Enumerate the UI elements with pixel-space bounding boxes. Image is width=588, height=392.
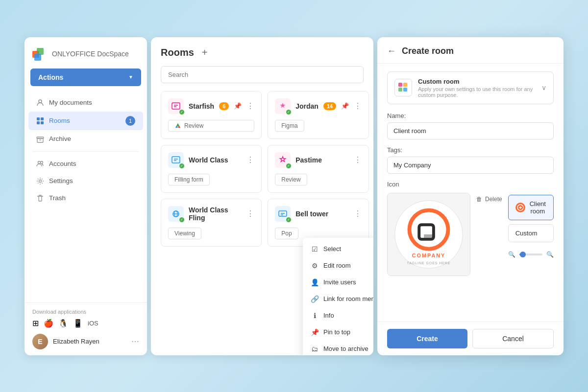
panel-body: Custom room Apply your own settings to u… (377, 64, 564, 322)
room-type-selector[interactable]: Custom room Apply your own settings to u… (387, 71, 554, 104)
client-room-icon-option[interactable]: Client room (508, 195, 554, 220)
svg-rect-21 (403, 88, 407, 92)
room-card-world-class-fling[interactable]: ✓ World Class Fling ⋮ Viewing (161, 199, 262, 247)
actions-button[interactable]: Actions ▼ (30, 69, 141, 86)
settings-icon (36, 177, 44, 185)
room-card-world-class[interactable]: ✓ World Class ⋮ Filling form (161, 145, 262, 193)
custom-icon-option[interactable]: Custom (508, 224, 554, 242)
room-name: World Class Fling (189, 206, 242, 222)
cancel-button[interactable]: Cancel (472, 329, 554, 348)
svg-rect-2 (34, 54, 41, 61)
zoom-out-icon: 🔍 (508, 251, 515, 258)
sidebar-item-rooms[interactable]: Rooms 1 (28, 112, 143, 130)
room-card-pastime[interactable]: ✓ Pastime ⋮ Review (268, 145, 369, 193)
sidebar-item-my-documents[interactable]: My documents (28, 94, 143, 111)
svg-point-11 (41, 161, 43, 163)
sidebar-item-settings[interactable]: Settings (28, 173, 143, 189)
context-menu-info[interactable]: ℹ Info (303, 307, 373, 324)
name-field-group: Name: (387, 112, 554, 139)
create-button[interactable]: Create (387, 329, 467, 348)
zoom-slider[interactable]: 🔍 🔍 (508, 251, 554, 258)
sidebar-item-accounts[interactable]: Accounts (28, 156, 143, 172)
svg-point-3 (39, 100, 42, 103)
logo-sub: DocSpace (95, 50, 128, 58)
room-options-button[interactable]: ⋮ (354, 101, 362, 111)
nav-divider (32, 151, 139, 152)
info-icon: ℹ (311, 312, 318, 320)
back-button[interactable]: ← (387, 46, 396, 56)
room-badge: 14 (323, 102, 336, 110)
icon-field-group: Icon (387, 181, 554, 280)
archive-icon2: 🗂 (311, 345, 318, 353)
macos-icon[interactable]: 🍎 (44, 319, 53, 328)
room-options-button[interactable]: ⋮ (246, 101, 254, 111)
linux-icon[interactable]: 🐧 (58, 319, 68, 328)
room-tag: Review (168, 120, 254, 132)
icon-label: Icon (387, 181, 554, 188)
context-menu-edit-room[interactable]: ⚙ Edit room (303, 257, 373, 274)
platform-icons: ⊞ 🍎 🐧 📱 iOS (32, 319, 139, 328)
room-icon-bell-tower: ✓ (275, 206, 291, 222)
android-icon[interactable]: 📱 (73, 319, 83, 328)
room-tag: Review (275, 174, 307, 185)
download-section: Download applications ⊞ 🍎 🐧 📱 iOS (32, 309, 139, 328)
add-room-button[interactable]: + (200, 47, 210, 58)
room-options-button[interactable]: ⋮ (354, 155, 362, 164)
rooms-grid: ✓ Starfish 6 📌 ⋮ Rev (161, 91, 364, 247)
room-icon-world-class: ✓ (168, 152, 184, 168)
checkbox-icon: ☑ (311, 245, 318, 253)
room-options-button[interactable]: ⋮ (246, 209, 254, 218)
name-input[interactable] (387, 122, 554, 139)
room-name: Starfish (189, 102, 214, 110)
verified-badge: ✓ (286, 109, 292, 115)
room-tag: Figma (275, 120, 304, 132)
room-card-starfish[interactable]: ✓ Starfish 6 📌 ⋮ Rev (161, 91, 262, 139)
room-options-button[interactable]: ⋮ (246, 155, 254, 164)
panel-header: ← Create room (377, 37, 564, 64)
zoom-in-icon: 🔍 (546, 251, 554, 258)
sidebar: ONLYOFFICE DocSpace Actions ▼ My documen… (24, 37, 147, 355)
delete-icon-button[interactable]: 🗑 Delete (476, 196, 502, 203)
sidebar-item-archive[interactable]: Archive (28, 131, 143, 147)
context-menu-link-members[interactable]: 🔗 Link for room members (303, 291, 373, 307)
svg-rect-6 (37, 121, 40, 124)
context-menu-move-to-archive[interactable]: 🗂 Move to archive (303, 341, 373, 355)
icon-upload-area[interactable]: COMPANY TAGLINE GOES HERE (387, 193, 470, 276)
sidebar-navigation: My documents Rooms 1 Archive (24, 90, 147, 302)
grid-icon (36, 117, 44, 125)
svg-rect-13 (172, 103, 180, 109)
svg-point-12 (39, 180, 42, 182)
context-menu-select[interactable]: ☑ Select (303, 241, 373, 257)
room-tag: Viewing (168, 228, 201, 239)
accounts-icon (36, 160, 44, 168)
context-menu-pin-to-top[interactable]: 📌 Pin to top (303, 324, 373, 341)
avatar: E (32, 334, 48, 349)
room-icon-world-class-fling: ✓ (168, 206, 184, 222)
search-input[interactable] (161, 66, 364, 83)
verified-badge: ✓ (179, 109, 185, 115)
sidebar-item-trash[interactable]: Trash (28, 190, 143, 207)
edit-icon: ⚙ (311, 262, 318, 270)
room-name: World Class (189, 156, 242, 164)
context-menu: ☑ Select ⚙ Edit room 👤 Invite users 🔗 Li… (303, 238, 373, 355)
svg-rect-9 (37, 138, 43, 142)
verified-badge: ✓ (179, 163, 185, 169)
room-icon-starfish: ✓ (168, 98, 184, 114)
pin-icon: 📌 (311, 328, 318, 336)
room-type-icon (394, 79, 412, 96)
room-options-button[interactable]: ⋮ (354, 209, 362, 218)
ios-label[interactable]: iOS (88, 320, 98, 327)
room-icon-jordan: ✓ ✓ (275, 98, 291, 114)
tags-input[interactable] (387, 157, 554, 174)
room-icon-pastime: ✓ (275, 152, 291, 168)
windows-icon[interactable]: ⊞ (32, 319, 39, 328)
archive-icon (36, 135, 44, 143)
room-card-jordan[interactable]: ✓ ✓ Jordan 14 📌 ⋮ Figma (268, 91, 369, 139)
client-room-icon (515, 203, 525, 212)
verified-badge: ✓ (286, 217, 292, 223)
page-title: Rooms (161, 47, 194, 58)
user-options-button[interactable]: ⋯ (131, 337, 139, 346)
svg-rect-4 (37, 117, 40, 120)
context-menu-invite-users[interactable]: 👤 Invite users (303, 274, 373, 291)
user-name: Elizabeth Rayen (53, 338, 126, 345)
